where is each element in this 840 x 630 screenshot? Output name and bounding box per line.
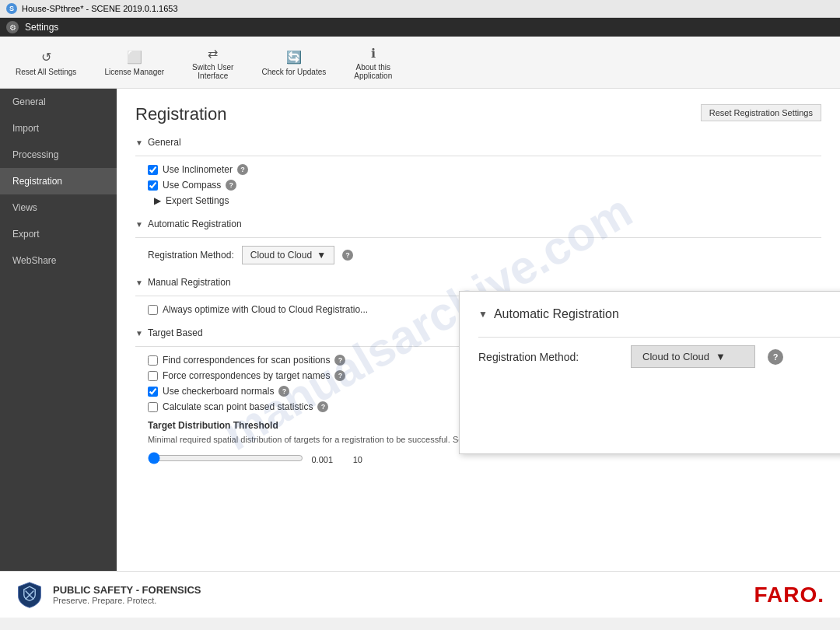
- checkerboard-help-icon[interactable]: ?: [278, 386, 289, 397]
- footer: PUBLIC SAFETY - FORENSICS Preserve. Prep…: [0, 571, 840, 618]
- force-correspondences-checkbox[interactable]: [148, 371, 158, 381]
- sidebar-item-processing[interactable]: Processing: [0, 142, 117, 168]
- reset-icon: ↺: [37, 49, 54, 66]
- always-optimize-label: Always optimize with Cloud to Cloud Regi…: [163, 304, 368, 315]
- sidebar-item-views[interactable]: Views: [0, 194, 117, 221]
- overlay-method-value: Cloud to Cloud: [642, 351, 709, 362]
- force-help-icon[interactable]: ?: [334, 370, 345, 381]
- manual-section-label: Manual Registration: [148, 277, 231, 288]
- footer-text-group: PUBLIC SAFETY - FORENSICS Preserve. Prep…: [53, 584, 201, 605]
- target-arrow-icon: ▼: [135, 329, 143, 338]
- sidebar-item-webshare[interactable]: WebShare: [0, 247, 117, 274]
- use-compass-label: Use Compass: [163, 180, 221, 191]
- find-help-icon[interactable]: ?: [334, 355, 345, 366]
- footer-left: PUBLIC SAFETY - FORENSICS Preserve. Prep…: [16, 581, 201, 609]
- use-inclinometer-checkbox[interactable]: [148, 165, 158, 175]
- shield-icon: [16, 581, 44, 609]
- sidebar-item-registration[interactable]: Registration: [0, 168, 117, 194]
- main-layout: General Import Processing Registration V…: [0, 89, 840, 571]
- find-correspondences-label: Find correspondences for scan positions: [163, 355, 330, 366]
- general-section-content: Use Inclinometer ? Use Compass ? ▶ Exper…: [135, 164, 821, 206]
- calculate-scan-label: Calculate scan point based statistics: [163, 401, 313, 412]
- method-label: Registration Method:: [148, 250, 234, 261]
- faro-logo: FARO.: [754, 583, 824, 607]
- general-arrow-icon: ▼: [135, 138, 143, 147]
- compass-help-icon[interactable]: ?: [226, 180, 236, 191]
- method-value: Cloud to Cloud: [250, 250, 312, 261]
- dropdown-arrow-icon: ▼: [317, 250, 326, 261]
- slider-min-value: 0.001: [310, 455, 333, 464]
- license-label: License Manager: [104, 68, 164, 76]
- automatic-section-label: Automatic Registration: [148, 219, 242, 229]
- manual-arrow-icon: ▼: [135, 278, 143, 287]
- app-icon: S: [6, 3, 17, 14]
- overlay-title: ▼ Automatic Registration: [478, 307, 840, 321]
- about-button[interactable]: ℹ About thisApplication: [348, 41, 398, 83]
- use-checkerboard-label: Use checkerboard normals: [163, 386, 274, 397]
- window-title: House-SPthree* - SCENE 2019.0.1.1653: [22, 4, 178, 13]
- manual-section-header[interactable]: ▼ Manual Registration: [135, 277, 821, 288]
- method-dropdown[interactable]: Cloud to Cloud ▼: [242, 246, 334, 264]
- slider-max-value: 10: [339, 455, 362, 464]
- reset-all-button[interactable]: ↺ Reset All Settings: [9, 46, 82, 79]
- footer-tagline: Preserve. Prepare. Protect.: [53, 596, 201, 605]
- slider-row: 0.001 10: [148, 452, 821, 467]
- overlay-method-row: Registration Method: Cloud to Cloud ▼ ?: [478, 345, 840, 368]
- action-toolbar: ↺ Reset All Settings ⬜ License Manager ⇄…: [0, 37, 840, 89]
- general-section: ▼ General Use Inclinometer ? Use Compass…: [135, 137, 821, 206]
- expert-settings-row[interactable]: ▶ Expert Settings: [148, 195, 821, 206]
- settings-label: Settings: [25, 22, 58, 33]
- expert-arrow-icon: ▶: [154, 195, 161, 206]
- overlay-dropdown-arrow-icon: ▼: [716, 351, 726, 362]
- use-compass-checkbox[interactable]: [148, 180, 158, 191]
- automatic-arrow-icon: ▼: [135, 220, 143, 229]
- reset-registration-button[interactable]: Reset Registration Settings: [701, 104, 821, 121]
- find-correspondences-checkbox[interactable]: [148, 355, 158, 366]
- sidebar-item-general[interactable]: General: [0, 89, 117, 115]
- about-label: About thisApplication: [354, 63, 392, 80]
- automatic-section: ▼ Automatic Registration Registration Me…: [135, 219, 821, 264]
- calculate-scan-checkbox[interactable]: [148, 402, 158, 412]
- force-correspondences-label: Force correspondences by target names: [163, 370, 330, 381]
- threshold-slider-container: [148, 452, 303, 467]
- sidebar: General Import Processing Registration V…: [0, 89, 117, 571]
- sidebar-item-import[interactable]: Import: [0, 115, 117, 142]
- license-manager-button[interactable]: ⬜ License Manager: [98, 46, 170, 79]
- update-label: Check for Updates: [261, 68, 326, 76]
- automatic-section-header[interactable]: ▼ Automatic Registration: [135, 219, 821, 229]
- method-help-icon[interactable]: ?: [342, 250, 353, 261]
- calculate-help-icon[interactable]: ?: [317, 401, 328, 412]
- sidebar-item-export[interactable]: Export: [0, 221, 117, 247]
- automatic-section-content: Registration Method: Cloud to Cloud ▼ ?: [135, 246, 821, 264]
- switch-ui-button[interactable]: ⇄ Switch UserInterface: [186, 41, 240, 83]
- use-inclinometer-row: Use Inclinometer ?: [148, 164, 821, 175]
- title-bar: S House-SPthree* - SCENE 2019.0.1.1653: [0, 0, 840, 18]
- update-icon: 🔄: [285, 49, 303, 66]
- use-checkerboard-checkbox[interactable]: [148, 387, 158, 397]
- always-optimize-checkbox[interactable]: [148, 305, 158, 315]
- registration-method-row: Registration Method: Cloud to Cloud ▼ ?: [148, 246, 821, 264]
- switch-label: Switch UserInterface: [192, 63, 233, 80]
- threshold-slider[interactable]: [148, 452, 303, 464]
- check-updates-button[interactable]: 🔄 Check for Updates: [255, 46, 332, 79]
- logo-dot: .: [817, 583, 824, 607]
- general-section-header[interactable]: ▼ General: [135, 137, 821, 148]
- content-area: manualsarchive.com Registration Reset Re…: [117, 89, 840, 571]
- reset-label: Reset All Settings: [16, 68, 76, 76]
- overlay-arrow-icon: ▼: [478, 309, 488, 320]
- use-inclinometer-label: Use Inclinometer: [163, 164, 233, 175]
- switch-icon: ⇄: [205, 44, 222, 61]
- footer-organization: PUBLIC SAFETY - FORENSICS: [53, 584, 201, 596]
- general-section-label: General: [148, 137, 181, 148]
- target-section-label: Target Based: [148, 327, 203, 338]
- inclinometer-help-icon[interactable]: ?: [237, 164, 248, 175]
- info-icon: ℹ: [365, 44, 382, 61]
- overlay-method-label: Registration Method:: [478, 351, 618, 363]
- overlay-help-icon[interactable]: ?: [768, 349, 783, 365]
- expert-settings-label: Expert Settings: [166, 195, 229, 206]
- license-icon: ⬜: [126, 49, 143, 66]
- overlay-box: ▼ Automatic Registration Registration Me…: [459, 291, 840, 454]
- settings-icon: ⚙: [6, 21, 19, 33]
- use-compass-row: Use Compass ?: [148, 180, 821, 191]
- overlay-method-dropdown[interactable]: Cloud to Cloud ▼: [631, 345, 755, 368]
